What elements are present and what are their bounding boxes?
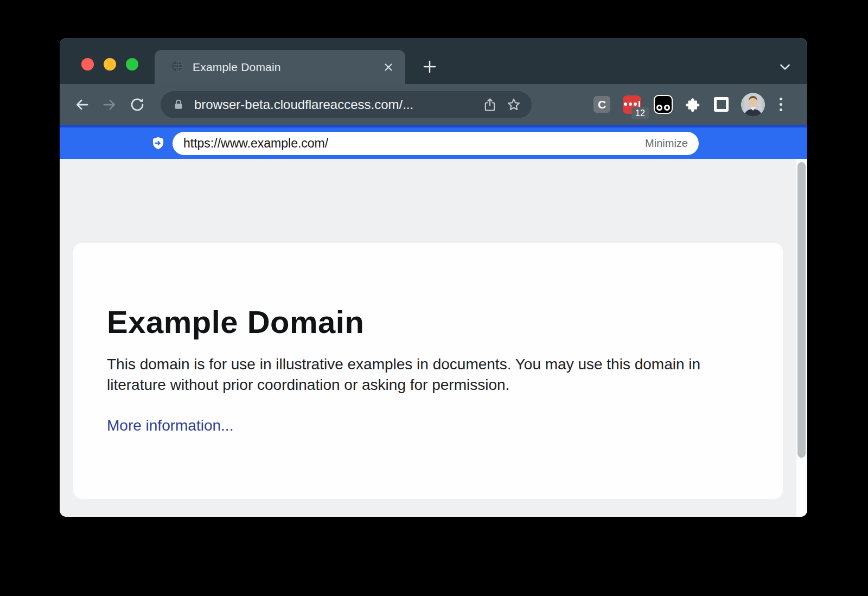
share-icon[interactable]	[482, 97, 498, 113]
close-window-button[interactable]	[81, 58, 94, 71]
minimize-window-button[interactable]	[104, 58, 116, 71]
more-information-link[interactable]: More information...	[107, 417, 233, 434]
bookmark-star-icon[interactable]	[506, 97, 522, 113]
extension-badge-count: 12	[631, 107, 649, 119]
side-panel-icon[interactable]	[714, 97, 729, 112]
browser-toolbar: browser-beta.cloudflareaccess.com/... C …	[60, 84, 807, 125]
page-paragraph: This domain is for use in illustrative e…	[107, 354, 739, 395]
scrollbar-track[interactable]	[796, 159, 807, 517]
minimize-access-bar-button[interactable]: Minimize	[645, 137, 688, 150]
tab-favicon-globe-icon	[171, 60, 184, 75]
goggles-extension-icon[interactable]	[654, 95, 673, 114]
scrollbar-thumb[interactable]	[797, 162, 806, 458]
password-manager-extension-icon[interactable]: 12	[623, 95, 641, 114]
access-url-input[interactable]	[183, 136, 645, 151]
tab-strip: Example Domain	[60, 38, 807, 84]
browser-window: Example Domain	[60, 38, 807, 517]
omnibox-url-text[interactable]: browser-beta.cloudflareaccess.com/...	[194, 97, 482, 112]
profile-avatar[interactable]	[741, 93, 765, 117]
browser-menu-kebab-icon[interactable]	[777, 95, 784, 113]
tab-close-icon[interactable]	[382, 61, 394, 73]
extension-c-icon[interactable]: C	[593, 96, 610, 113]
zoom-window-button[interactable]	[126, 58, 138, 71]
tab-example-domain[interactable]: Example Domain	[155, 50, 405, 84]
window-controls	[81, 58, 138, 71]
forward-icon[interactable]	[101, 97, 118, 113]
tab-search-chevron-icon[interactable]	[776, 59, 794, 75]
example-domain-card: Example Domain This domain is for use in…	[73, 243, 783, 499]
new-tab-button[interactable]	[420, 57, 439, 76]
extensions-puzzle-icon[interactable]	[685, 97, 701, 113]
shield-arrow-icon	[151, 136, 165, 151]
tab-title: Example Domain	[193, 61, 382, 74]
omnibox[interactable]: browser-beta.cloudflareaccess.com/...	[161, 91, 532, 118]
reload-icon[interactable]	[129, 97, 145, 113]
page-title: Example Domain	[107, 304, 745, 340]
back-icon[interactable]	[74, 97, 90, 113]
remote-browser-access-bar: Minimize	[60, 125, 807, 159]
access-url-bar[interactable]: Minimize	[173, 132, 699, 155]
lock-icon[interactable]	[170, 97, 187, 113]
page-viewport: Example Domain This domain is for use in…	[60, 159, 807, 517]
extension-area: C 12	[593, 93, 784, 117]
